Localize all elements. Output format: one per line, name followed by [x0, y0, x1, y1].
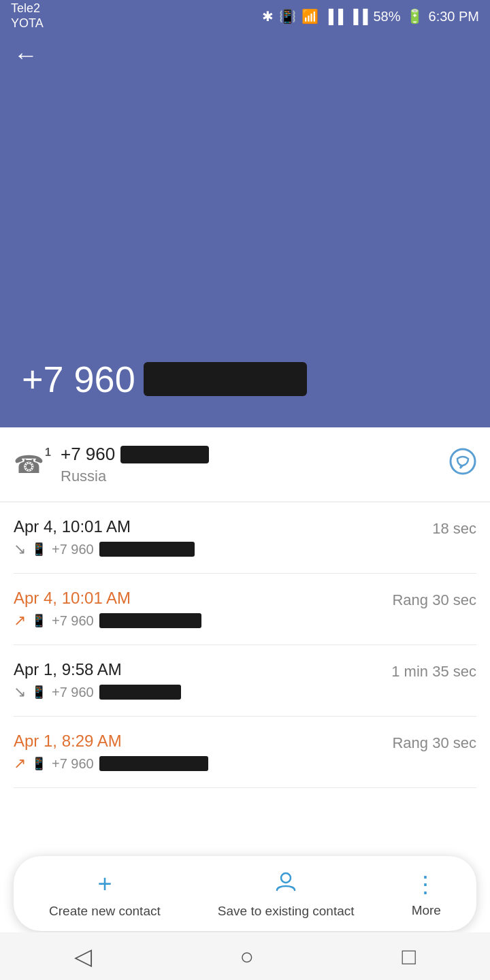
call-duration: Rang 30 sec — [392, 591, 476, 609]
contact-phone-number: +7 960 — [61, 444, 449, 465]
network-name: YOTA — [11, 16, 44, 31]
missed-call-icon: ↗ — [14, 755, 26, 772]
contact-info-row: ☎ 1 +7 960 Russia — [0, 427, 490, 502]
phone-icon-wrap: ☎ 1 — [14, 451, 44, 479]
call-item-left: Apr 1, 9:58 AM ↘ 📱 +7 960 — [14, 660, 391, 701]
plus-icon: + — [97, 870, 112, 898]
more-button[interactable]: ⋮ More — [412, 870, 441, 918]
call-date-missed: Apr 1, 8:29 AM — [14, 732, 392, 751]
call-log: Apr 4, 10:01 AM ↘ 📱 +7 960 18 sec Apr 4,… — [0, 502, 490, 788]
carrier-name: Tele2 — [11, 1, 44, 16]
redacted-phone-contact — [120, 446, 209, 463]
chat-button[interactable] — [449, 448, 476, 481]
sim-badge: 1 — [45, 446, 51, 459]
more-label: More — [412, 903, 441, 918]
status-bar: Tele2 YOTA ✱ 📳 📶 ▐▐ ▐▐ 58% 🔋 6:30 PM — [0, 0, 490, 33]
call-item-left: Apr 4, 10:01 AM ↘ 📱 +7 960 — [14, 517, 432, 558]
battery-level: 58% — [373, 9, 400, 24]
call-duration: 1 min 35 sec — [391, 663, 476, 681]
more-dots-icon: ⋮ — [414, 870, 438, 898]
redacted-call-num — [99, 542, 195, 557]
call-item-left: Apr 1, 8:29 AM ↗ 📱 +7 960 — [14, 732, 392, 772]
redacted-phone-hero — [144, 362, 307, 396]
create-new-contact-button[interactable]: + Create new contact — [49, 870, 161, 919]
signal-icon1: ▐▐ — [324, 9, 343, 24]
sim-icon: 📱 — [31, 613, 46, 628]
signal-icon2: ▐▐ — [348, 9, 368, 24]
phone-icon: ☎ — [14, 451, 44, 478]
save-to-existing-button[interactable]: Save to existing contact — [218, 870, 355, 919]
nav-recents-button[interactable]: □ — [402, 943, 416, 970]
bottom-action-bar: + Create new contact Save to existing co… — [14, 856, 476, 931]
create-contact-label: Create new contact — [49, 904, 161, 919]
call-duration: Rang 30 sec — [392, 734, 476, 752]
redacted-call-num — [99, 685, 181, 700]
sim-icon: 📱 — [31, 685, 46, 700]
carrier-info: Tele2 YOTA — [11, 1, 44, 31]
person-icon — [274, 870, 297, 898]
call-log-item[interactable]: Apr 4, 10:01 AM ↘ 📱 +7 960 18 sec — [14, 502, 476, 574]
call-date: Apr 1, 9:58 AM — [14, 660, 391, 679]
save-contact-label: Save to existing contact — [218, 904, 355, 919]
call-date-missed: Apr 4, 10:01 AM — [14, 589, 392, 608]
redacted-call-num — [99, 613, 201, 628]
nav-home-button[interactable]: ○ — [240, 943, 254, 970]
bluetooth-icon: ✱ — [262, 8, 274, 24]
call-log-item[interactable]: Apr 1, 8:29 AM ↗ 📱 +7 960 Rang 30 sec — [14, 717, 476, 788]
call-meta: ↘ 📱 +7 960 — [14, 683, 391, 701]
wifi-icon: 📶 — [301, 8, 318, 24]
nav-back-button[interactable]: ◁ — [74, 943, 92, 970]
call-type-icon: ↘ — [14, 540, 26, 558]
contact-details: +7 960 Russia — [61, 444, 449, 485]
missed-call-icon: ↗ — [14, 612, 26, 630]
navigation-bar: ◁ ○ □ — [0, 932, 490, 980]
svg-point-0 — [451, 449, 475, 474]
call-log-item[interactable]: Apr 4, 10:01 AM ↗ 📱 +7 960 Rang 30 sec — [14, 574, 476, 645]
call-meta: ↗ 📱 +7 960 — [14, 612, 392, 630]
call-meta: ↘ 📱 +7 960 — [14, 540, 432, 558]
hero-phone-number: +7 960 — [0, 358, 490, 400]
call-type-icon: ↘ — [14, 683, 26, 701]
status-right: ✱ 📳 📶 ▐▐ ▐▐ 58% 🔋 6:30 PM — [262, 8, 479, 24]
sim-icon: 📱 — [31, 756, 46, 771]
call-duration: 18 sec — [432, 520, 476, 538]
vibrate-icon: 📳 — [279, 8, 296, 24]
time-display: 6:30 PM — [429, 9, 479, 24]
call-date: Apr 4, 10:01 AM — [14, 517, 432, 536]
hero-section: ← +7 960 — [0, 33, 490, 427]
sim-icon: 📱 — [31, 542, 46, 557]
contact-country: Russia — [61, 468, 449, 485]
call-meta: ↗ 📱 +7 960 — [14, 755, 392, 772]
call-item-left: Apr 4, 10:01 AM ↗ 📱 +7 960 — [14, 589, 392, 630]
back-button[interactable]: ← — [14, 41, 38, 69]
battery-icon: 🔋 — [406, 8, 423, 24]
redacted-call-num — [99, 756, 208, 771]
svg-point-1 — [281, 873, 291, 883]
call-log-item[interactable]: Apr 1, 9:58 AM ↘ 📱 +7 960 1 min 35 sec — [14, 645, 476, 717]
